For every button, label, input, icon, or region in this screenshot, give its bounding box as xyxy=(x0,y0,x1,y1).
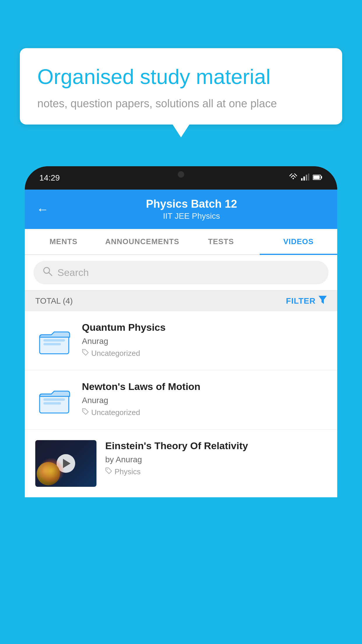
video-title-2: Newton's Laws of Motion xyxy=(82,381,327,392)
svg-point-17 xyxy=(84,410,85,411)
tabs-bar: MENTS ANNOUNCEMENTS TESTS VIDEOS xyxy=(25,229,337,255)
svg-rect-15 xyxy=(43,398,65,401)
tag-icon-1 xyxy=(82,349,89,358)
video-tag-text-1: Uncategorized xyxy=(91,349,140,358)
total-count: TOTAL (4) xyxy=(35,296,73,306)
video-thumb-2 xyxy=(35,381,73,419)
phone-screen: ← Physics Batch 12 IIT JEE Physics MENTS… xyxy=(25,190,337,497)
video-tag-text-2: Uncategorized xyxy=(91,408,140,417)
speech-bubble-subtitle: notes, question papers, solutions all at… xyxy=(37,97,325,110)
filter-row: TOTAL (4) FILTER xyxy=(25,290,337,311)
svg-rect-1 xyxy=(303,176,305,181)
video-title-3: Einstein's Theory Of Relativity xyxy=(105,440,327,452)
video-author-2: Anurag xyxy=(82,396,327,405)
list-item[interactable]: Einstein's Theory Of Relativity by Anura… xyxy=(25,430,337,497)
phone-outer: 14:29 xyxy=(25,166,337,497)
svg-rect-2 xyxy=(306,175,307,181)
header-title-group: Physics Batch 12 IIT JEE Physics xyxy=(57,198,326,221)
svg-rect-0 xyxy=(301,178,303,181)
signal-icon xyxy=(301,174,309,182)
tab-tests[interactable]: TESTS xyxy=(182,229,260,254)
video-thumbnail-3 xyxy=(35,440,96,487)
camera-dot xyxy=(178,171,184,178)
svg-rect-6 xyxy=(313,176,320,179)
video-tag-2: Uncategorized xyxy=(82,408,327,417)
svg-point-18 xyxy=(107,469,108,470)
video-info-1: Quantum Physics Anurag Uncategorized xyxy=(82,322,327,358)
video-author-3: by Anurag xyxy=(105,455,327,464)
play-triangle-icon xyxy=(63,459,71,468)
search-container: Search xyxy=(25,255,337,290)
tab-ments[interactable]: MENTS xyxy=(25,229,102,254)
video-author-1: Anurag xyxy=(82,337,327,346)
header-subtitle: IIT JEE Physics xyxy=(57,211,326,221)
svg-point-13 xyxy=(84,351,85,351)
filter-label: FILTER xyxy=(286,296,316,306)
glow-graphic xyxy=(38,458,64,484)
search-icon xyxy=(42,266,53,279)
svg-rect-12 xyxy=(43,343,61,345)
tag-icon-2 xyxy=(82,408,89,417)
video-tag-1: Uncategorized xyxy=(82,349,327,358)
svg-rect-11 xyxy=(43,339,65,342)
list-item[interactable]: Newton's Laws of Motion Anurag Uncategor… xyxy=(25,370,337,430)
video-tag-3: Physics xyxy=(105,467,327,476)
wifi-icon xyxy=(289,174,298,182)
svg-rect-5 xyxy=(321,176,322,178)
svg-rect-16 xyxy=(43,402,61,405)
search-placeholder: Search xyxy=(57,267,89,278)
phone-container: 14:29 xyxy=(25,166,337,644)
battery-icon xyxy=(313,174,323,182)
tab-announcements[interactable]: ANNOUNCEMENTS xyxy=(102,229,182,254)
svg-marker-9 xyxy=(319,296,327,304)
search-bar[interactable]: Search xyxy=(34,261,328,284)
video-title-1: Quantum Physics xyxy=(82,322,327,333)
video-list: Quantum Physics Anurag Uncategorized xyxy=(25,311,337,497)
video-info-3: Einstein's Theory Of Relativity by Anura… xyxy=(105,440,327,476)
video-thumb-1 xyxy=(35,322,73,360)
video-info-2: Newton's Laws of Motion Anurag Uncategor… xyxy=(82,381,327,417)
tab-videos[interactable]: VIDEOS xyxy=(260,229,337,254)
header-title: Physics Batch 12 xyxy=(57,198,326,210)
svg-rect-3 xyxy=(308,174,309,181)
status-time: 14:29 xyxy=(39,173,60,183)
status-bar: 14:29 xyxy=(25,166,337,190)
phone-notch xyxy=(155,166,207,182)
status-icons xyxy=(289,174,323,182)
app-header: ← Physics Batch 12 IIT JEE Physics xyxy=(25,190,337,229)
filter-funnel-icon xyxy=(319,296,327,306)
back-button[interactable]: ← xyxy=(36,202,49,216)
speech-bubble: Organised study material notes, question… xyxy=(20,48,342,125)
svg-line-8 xyxy=(49,272,52,276)
tag-icon-3 xyxy=(105,467,112,476)
speech-bubble-title: Organised study material xyxy=(37,64,325,89)
video-tag-text-3: Physics xyxy=(115,467,141,476)
list-item[interactable]: Quantum Physics Anurag Uncategorized xyxy=(25,311,337,370)
filter-button[interactable]: FILTER xyxy=(286,296,327,306)
